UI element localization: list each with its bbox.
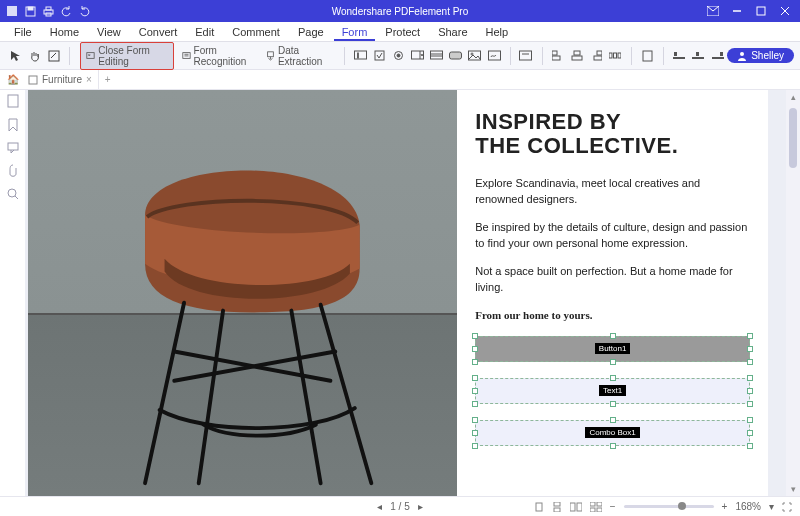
combo-field-icon[interactable] (411, 48, 424, 64)
para-4: From our home to yours. (475, 308, 750, 324)
comments-icon[interactable] (7, 142, 19, 154)
svg-rect-38 (594, 56, 602, 60)
select-tool-icon[interactable] (9, 48, 22, 64)
page-prev-icon[interactable]: ◂ (377, 501, 382, 512)
para-1: Explore Scandinavia, meet local creative… (475, 176, 750, 208)
search-panel-icon[interactable] (7, 188, 19, 200)
zoom-slider[interactable] (624, 505, 714, 508)
menu-comment[interactable]: Comment (224, 24, 288, 41)
more-1-icon[interactable] (519, 48, 532, 64)
page-next-icon[interactable]: ▸ (418, 501, 423, 512)
page-total: 5 (404, 501, 410, 512)
document-tab[interactable]: Furniture × (22, 70, 99, 89)
form-text-field[interactable]: Text1 (475, 378, 750, 404)
menu-help[interactable]: Help (478, 24, 517, 41)
form-button-label: Button1 (595, 343, 631, 354)
home-tab-icon[interactable]: 🏠 (4, 74, 22, 85)
hand-tool-icon[interactable] (28, 48, 41, 64)
page-sheet: INSPIRED BY THE COLLECTIVE. Explore Scan… (28, 90, 768, 496)
svg-rect-4 (46, 7, 51, 10)
view-single-icon[interactable] (534, 502, 544, 512)
svg-rect-40 (614, 53, 617, 58)
close-form-editing-label: Close Form Editing (98, 45, 167, 67)
form-combo-field[interactable]: Combo Box1 (475, 420, 750, 446)
svg-rect-46 (696, 52, 699, 56)
zoom-in-icon[interactable]: + (722, 501, 728, 512)
product-photo (28, 90, 457, 496)
align-b3-icon[interactable] (711, 48, 724, 64)
align-b1-icon[interactable] (673, 48, 686, 64)
form-text-label: Text1 (599, 385, 626, 396)
page-view[interactable]: INSPIRED BY THE COLLECTIVE. Explore Scan… (26, 90, 800, 496)
redo-icon[interactable] (78, 5, 90, 17)
svg-rect-67 (597, 502, 602, 506)
bookmarks-icon[interactable] (8, 118, 18, 132)
minimize-icon[interactable] (730, 4, 744, 18)
align-right-icon[interactable] (590, 48, 603, 64)
zoom-dropdown-icon[interactable]: ▾ (769, 501, 774, 512)
attachments-icon[interactable] (8, 164, 18, 178)
svg-line-56 (321, 305, 372, 484)
undo-icon[interactable] (60, 5, 72, 17)
menu-form[interactable]: Form (334, 24, 376, 41)
scroll-up-icon[interactable]: ▴ (786, 90, 800, 104)
text-field-icon[interactable]: I (353, 48, 366, 64)
svg-rect-44 (674, 52, 677, 56)
svg-rect-62 (554, 502, 560, 506)
svg-rect-39 (609, 53, 612, 58)
menu-share[interactable]: Share (430, 24, 475, 41)
svg-rect-65 (577, 503, 582, 511)
fullscreen-icon[interactable] (782, 502, 792, 512)
form-recognition-button[interactable]: Form Recognition (178, 43, 262, 69)
close-icon[interactable] (778, 4, 792, 18)
menu-convert[interactable]: Convert (131, 24, 186, 41)
maximize-icon[interactable] (754, 4, 768, 18)
page-setup-icon[interactable] (641, 48, 654, 64)
signature-field-icon[interactable] (487, 48, 500, 64)
menu-file[interactable]: File (6, 24, 40, 41)
menu-view[interactable]: View (89, 24, 129, 41)
scroll-thumb[interactable] (789, 108, 797, 168)
scroll-down-icon[interactable]: ▾ (786, 482, 800, 496)
thumbnails-icon[interactable] (7, 94, 19, 108)
align-left-icon[interactable] (551, 48, 564, 64)
menu-protect[interactable]: Protect (377, 24, 428, 41)
ribbon: Close Form Editing Form Recognition Data… (0, 42, 800, 70)
checkbox-field-icon[interactable] (373, 48, 386, 64)
align-b2-icon[interactable] (692, 48, 705, 64)
add-tab-icon[interactable]: + (99, 74, 117, 85)
view-cont-icon[interactable] (552, 502, 562, 512)
radio-field-icon[interactable] (392, 48, 405, 64)
view-facing-cont-icon[interactable] (590, 502, 602, 512)
user-pill[interactable]: Shelley (727, 48, 794, 63)
image-field-icon[interactable] (468, 48, 481, 64)
close-form-editing-button[interactable]: Close Form Editing (80, 42, 173, 70)
page-current: 1 (390, 501, 396, 512)
svg-rect-47 (712, 57, 724, 59)
svg-rect-30 (488, 51, 500, 60)
menu-home[interactable]: Home (42, 24, 87, 41)
view-facing-icon[interactable] (570, 502, 582, 512)
data-extraction-button[interactable]: Data Extraction (262, 43, 338, 69)
svg-rect-35 (574, 51, 580, 55)
align-center-icon[interactable] (571, 48, 584, 64)
vertical-scrollbar[interactable]: ▴ ▾ (786, 90, 800, 496)
document-tab-label: Furniture (42, 74, 82, 85)
menu-page[interactable]: Page (290, 24, 332, 41)
list-field-icon[interactable] (430, 48, 443, 64)
edit-tool-icon[interactable] (47, 48, 60, 64)
menu-edit[interactable]: Edit (187, 24, 222, 41)
svg-rect-36 (572, 56, 582, 60)
svg-rect-50 (29, 76, 37, 84)
zoom-out-icon[interactable]: − (610, 501, 616, 512)
save-icon[interactable] (24, 5, 36, 17)
svg-rect-63 (554, 508, 560, 512)
form-button-field[interactable]: Button1 (475, 336, 750, 362)
tab-close-icon[interactable]: × (86, 74, 92, 85)
user-name: Shelley (751, 50, 784, 61)
svg-point-49 (740, 52, 744, 56)
mail-icon[interactable] (706, 4, 720, 18)
button-field-icon[interactable] (449, 48, 462, 64)
distribute-icon[interactable] (609, 48, 622, 64)
print-icon[interactable] (42, 5, 54, 17)
